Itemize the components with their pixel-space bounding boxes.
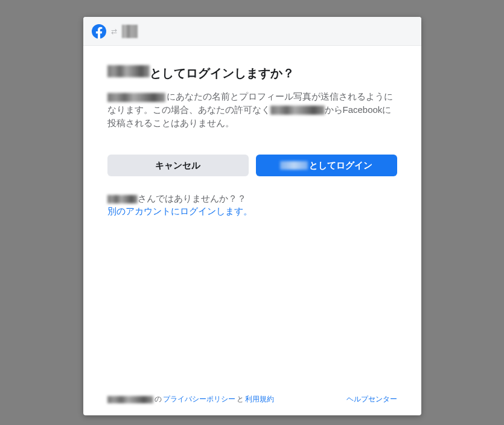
- facebook-logo-icon: [92, 24, 106, 39]
- button-row: キャンセル としてログイン: [107, 155, 397, 176]
- privacy-policy-link[interactable]: プライバシーポリシー: [163, 394, 235, 404]
- not-you-text: さんではありませんか？？: [138, 193, 246, 203]
- footer-and: と: [237, 394, 244, 404]
- redacted-username-notyou: [107, 195, 138, 203]
- link-arrow-icon: ⇄: [111, 27, 117, 36]
- dialog-content: としてログインしますか？ にあなたの名前とプロフィール写真が送信されるようになり…: [83, 46, 421, 387]
- dialog-footer: の プライバシーポリシー と 利用規約 ヘルプセンター: [83, 387, 421, 415]
- cancel-button[interactable]: キャンセル: [107, 155, 249, 176]
- oauth-dialog: ⇄ としてログインしますか？ にあなたの名前とプロフィール写真が送信されるように…: [83, 17, 421, 415]
- dialog-header: ⇄: [83, 17, 421, 46]
- app-avatar: [122, 25, 138, 38]
- login-as-button[interactable]: としてログイン: [256, 155, 397, 176]
- redacted-appname-footer: [107, 396, 153, 403]
- title-text: としてログインしますか？: [150, 65, 295, 81]
- login-button-suffix: としてログイン: [309, 160, 372, 171]
- switch-account-link[interactable]: 別のアカウントにログインします。: [107, 206, 397, 217]
- terms-link[interactable]: 利用規約: [245, 394, 274, 404]
- redacted-username: [107, 65, 150, 77]
- footer-links: の プライバシーポリシー と 利用規約: [107, 394, 274, 404]
- not-you-section: さんではありませんか？？ 別のアカウントにログインします。: [107, 193, 397, 217]
- redacted-appname-2: [270, 106, 325, 115]
- redacted-appname: [107, 93, 165, 102]
- redacted-username-button: [280, 161, 308, 170]
- footer-of: の: [155, 394, 162, 404]
- permission-description: にあなたの名前とプロフィール写真が送信されるようになります。この場合、あなたの許…: [107, 90, 397, 129]
- help-center-link[interactable]: ヘルプセンター: [346, 394, 397, 404]
- dialog-title: としてログインしますか？: [107, 65, 397, 81]
